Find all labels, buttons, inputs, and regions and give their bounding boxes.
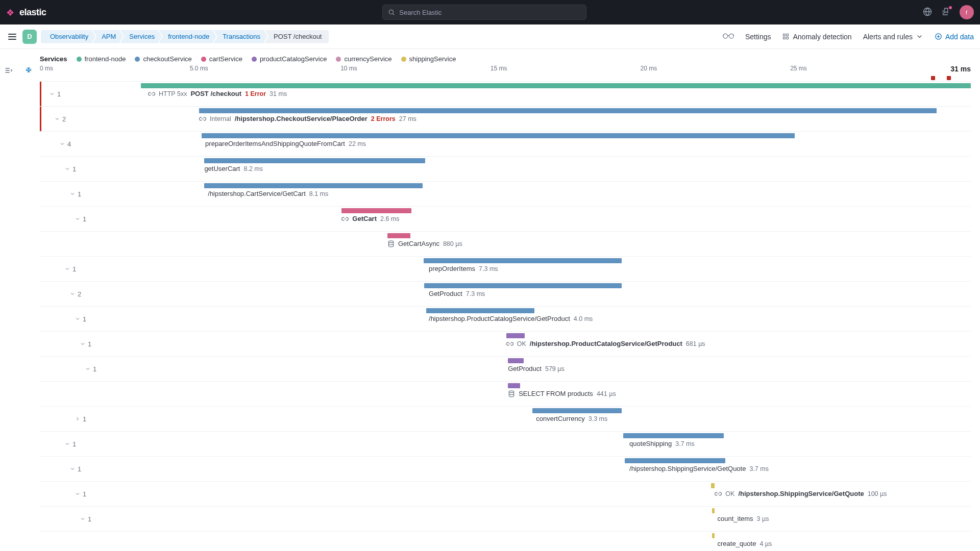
- row-toggle[interactable]: 1: [75, 415, 86, 423]
- row-toggle[interactable]: 2: [69, 290, 81, 298]
- legend-item[interactable]: productCatalogService: [252, 55, 327, 63]
- axis-tick: 0 ms: [40, 65, 53, 72]
- span-label: GetProduct7.3 ms: [429, 290, 485, 297]
- legend-item[interactable]: cartService: [201, 55, 242, 63]
- breadcrumb-item[interactable]: Transactions: [213, 30, 267, 43]
- legend-item[interactable]: frontend-node: [77, 55, 126, 63]
- span-bar[interactable]: [202, 133, 795, 138]
- anomaly-detection-link[interactable]: Anomaly detection: [782, 33, 851, 41]
- span-row[interactable]: SELECT FROM products441 µs: [40, 382, 971, 407]
- user-avatar[interactable]: r: [960, 5, 974, 19]
- space-badge[interactable]: D: [22, 30, 37, 44]
- expand-panel-icon[interactable]: [4, 66, 12, 76]
- span-row[interactable]: 1GetCart2.6 ms: [40, 207, 971, 232]
- span-label: GetProduct579 µs: [508, 365, 565, 372]
- notification-dot: [949, 6, 952, 9]
- span-row[interactable]: 1OK/hipstershop.ShippingService/GetQuote…: [40, 482, 971, 507]
- span-bar[interactable]: [508, 358, 524, 363]
- row-toggle[interactable]: 1: [64, 265, 76, 273]
- span-bar[interactable]: [711, 483, 715, 488]
- span-bar[interactable]: [712, 508, 715, 513]
- span-row[interactable]: 2GetProduct7.3 ms: [40, 282, 971, 307]
- span-row[interactable]: 1GetProduct579 µs: [40, 357, 971, 382]
- span-bar[interactable]: [426, 308, 534, 313]
- legend-item[interactable]: shippingService: [401, 55, 456, 63]
- svg-point-9: [388, 241, 393, 243]
- nav-toggle-button[interactable]: [6, 32, 18, 42]
- logo[interactable]: elastic: [6, 7, 46, 18]
- span-bar[interactable]: [623, 433, 724, 438]
- row-toggle[interactable]: 1: [80, 340, 91, 348]
- row-toggle[interactable]: 1: [80, 515, 91, 523]
- span-bar[interactable]: [625, 458, 725, 463]
- row-toggle[interactable]: 4: [59, 140, 71, 148]
- breadcrumb-item[interactable]: Services: [120, 30, 162, 43]
- trace-icon: [715, 490, 722, 497]
- error-mark[interactable]: [947, 76, 951, 80]
- span-row[interactable]: 1getUserCart8.2 ms: [40, 157, 971, 182]
- span-bar[interactable]: [387, 233, 410, 238]
- span-row[interactable]: GetCartAsync880 µs: [40, 232, 971, 257]
- row-toggle[interactable]: 1: [64, 165, 76, 173]
- chevron-down-icon: [916, 33, 923, 40]
- span-bar[interactable]: [424, 258, 622, 263]
- span-bar[interactable]: [532, 408, 621, 413]
- add-data-link[interactable]: Add data: [935, 33, 974, 41]
- settings-link[interactable]: Settings: [745, 33, 771, 41]
- span-row[interactable]: 1/hipstershop.CartService/GetCart8.1 ms: [40, 182, 971, 207]
- span-row[interactable]: 1prepOrderItems7.3 ms: [40, 257, 971, 282]
- span-bar[interactable]: [199, 108, 937, 113]
- span-row[interactable]: 1quoteShipping3.7 ms: [40, 432, 971, 457]
- span-bar[interactable]: [204, 158, 425, 163]
- span-row[interactable]: 1/hipstershop.ShippingService/GetQuote3.…: [40, 457, 971, 482]
- inspect-icon[interactable]: [723, 32, 734, 41]
- legend-item[interactable]: checkoutService: [135, 55, 191, 63]
- span-row[interactable]: create_quote4 µs: [40, 532, 971, 551]
- span-label: /hipstershop.ShippingService/GetQuote3.7…: [629, 465, 769, 472]
- span-bar[interactable]: [508, 383, 520, 388]
- row-toggle[interactable]: 1: [49, 90, 61, 98]
- span-bar[interactable]: [204, 183, 423, 188]
- legend-item[interactable]: currencyService: [336, 55, 391, 63]
- span-label: GetCartAsync880 µs: [387, 240, 462, 247]
- row-toggle[interactable]: 2: [54, 115, 66, 123]
- total-duration: 31 ms: [950, 65, 971, 73]
- row-toggle[interactable]: 1: [75, 215, 86, 223]
- row-toggle[interactable]: 1: [64, 440, 76, 448]
- brand-text: elastic: [19, 7, 46, 18]
- span-row[interactable]: 1/hipstershop.ProductCatalogService/GetP…: [40, 307, 971, 332]
- row-toggle[interactable]: 1: [69, 465, 81, 473]
- database-icon: [508, 390, 515, 397]
- error-mark[interactable]: [931, 76, 935, 80]
- breadcrumb-item[interactable]: APM: [92, 30, 123, 43]
- span-bar[interactable]: [341, 208, 411, 213]
- span-row[interactable]: 1OK/hipstershop.ProductCatalogService/Ge…: [40, 332, 971, 357]
- span-row[interactable]: 1convertCurrency3.3 ms: [40, 407, 971, 432]
- axis-tick: 15 ms: [491, 65, 507, 72]
- span-bar[interactable]: [141, 83, 971, 88]
- span-bar[interactable]: [506, 333, 525, 338]
- collapse-all-icon[interactable]: [24, 66, 33, 76]
- row-toggle[interactable]: 1: [75, 490, 86, 498]
- global-search[interactable]: Search Elastic: [382, 5, 586, 20]
- axis-tick: 25 ms: [790, 65, 807, 72]
- timeline-marks: [40, 76, 971, 80]
- span-row[interactable]: 1count_items3 µs: [40, 507, 971, 532]
- span-row[interactable]: 1HTTP 5xxPOST /checkout1 Error31 ms: [40, 82, 971, 107]
- svg-rect-7: [787, 37, 789, 39]
- breadcrumb-item[interactable]: frontend-node: [159, 30, 216, 43]
- svg-rect-5: [787, 34, 789, 36]
- anomaly-label: Anomaly detection: [793, 33, 851, 41]
- span-label: create_quote4 µs: [717, 540, 772, 547]
- row-toggle[interactable]: 1: [69, 190, 81, 198]
- newsfeed-icon[interactable]: [941, 7, 950, 18]
- breadcrumb-item[interactable]: Observability: [41, 30, 95, 43]
- span-bar[interactable]: [712, 533, 715, 538]
- span-row[interactable]: 4prepareOrderItemsAndShippingQuoteFromCa…: [40, 132, 971, 157]
- legend-title: Services: [40, 55, 67, 63]
- help-icon[interactable]: [923, 7, 932, 18]
- alerts-rules-link[interactable]: Alerts and rules: [863, 33, 923, 41]
- span-row[interactable]: 2Internal/hipstershop.CheckoutService/Pl…: [40, 107, 971, 132]
- row-toggle[interactable]: 1: [75, 315, 86, 323]
- span-bar[interactable]: [424, 283, 621, 288]
